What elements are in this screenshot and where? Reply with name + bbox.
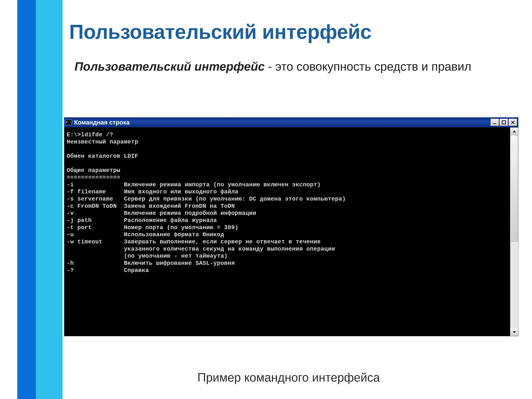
minimize-button[interactable] bbox=[491, 119, 499, 126]
svg-rect-1 bbox=[502, 121, 505, 124]
minimize-icon bbox=[492, 120, 497, 125]
definition-term: Пользовательский интерфейс bbox=[69, 60, 265, 73]
window-title: Командная строка bbox=[74, 119, 488, 126]
scroll-up-button[interactable] bbox=[510, 127, 518, 135]
slide-caption: Пример командного интерфейса bbox=[69, 371, 508, 384]
definition-tail: - это совокупность средств и правил bbox=[265, 60, 471, 73]
command-prompt-window: C:\ Командная строка E:\>ldifde /? Неизв… bbox=[64, 117, 519, 336]
maximize-icon bbox=[501, 120, 506, 125]
close-button[interactable] bbox=[509, 119, 517, 126]
maximize-button[interactable] bbox=[500, 119, 508, 126]
scroll-down-button[interactable] bbox=[510, 328, 518, 336]
chevron-up-icon bbox=[513, 130, 516, 133]
close-icon bbox=[510, 120, 515, 125]
slide-title: Пользовательский интерфейс bbox=[69, 21, 519, 43]
scrollbar-thumb[interactable] bbox=[511, 135, 518, 241]
window-controls bbox=[491, 119, 517, 126]
svg-rect-0 bbox=[493, 123, 496, 124]
scrollbar-track[interactable] bbox=[510, 135, 518, 328]
slide-accent-bar-dark bbox=[17, 0, 36, 399]
vertical-scrollbar[interactable] bbox=[510, 127, 518, 336]
cmd-icon: C:\ bbox=[66, 120, 72, 125]
terminal-output[interactable]: E:\>ldifde /? Неизвестный параметр Обмен… bbox=[64, 127, 510, 336]
window-titlebar[interactable]: C:\ Командная строка bbox=[64, 117, 518, 127]
slide-body-text: Пользовательский интерфейс - это совокуп… bbox=[69, 58, 495, 75]
slide-content: Пользовательский интерфейс Пользовательс… bbox=[69, 21, 519, 75]
slide-accent-bar-light bbox=[36, 0, 63, 399]
chevron-down-icon bbox=[513, 331, 516, 333]
